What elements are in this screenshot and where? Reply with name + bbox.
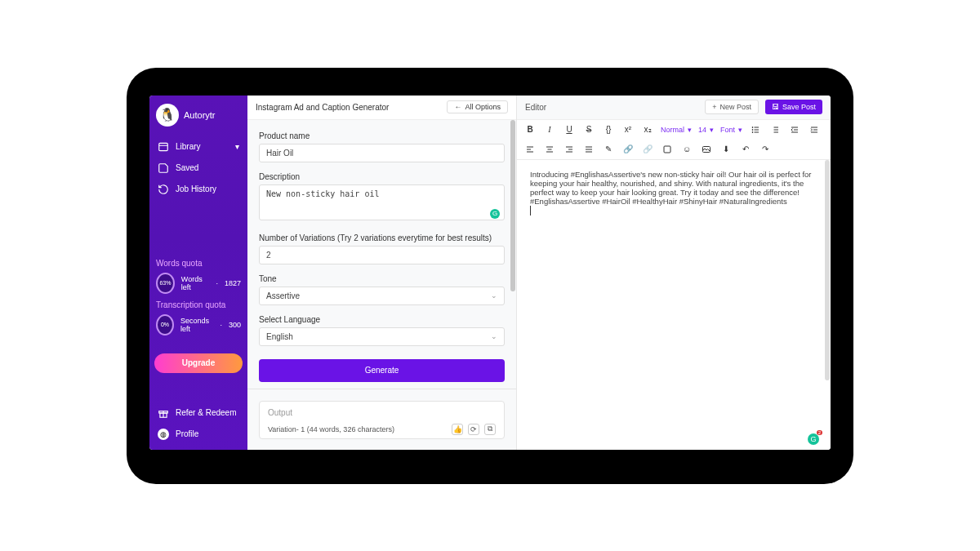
italic-button[interactable]: I	[543, 123, 556, 136]
trans-quota-row: 0% Seconds left · 300	[156, 314, 241, 335]
sidebar-item-refer[interactable]: Refer & Redeem	[154, 402, 243, 424]
output-variation-line: Variation- 1 (44 words, 326 characters)	[268, 425, 394, 433]
text-caret	[530, 206, 531, 216]
page: 🐧 Autorytr Library ▾ Saved Job History	[0, 0, 980, 551]
save-icon: 🖫	[772, 103, 779, 111]
brand: 🐧 Autorytr	[149, 96, 247, 133]
align-center-button[interactable]	[543, 143, 556, 156]
download-button[interactable]: ⬇	[719, 143, 733, 156]
all-options-button[interactable]: ← All Options	[447, 100, 508, 113]
sidebar-item-saved[interactable]: Saved	[154, 158, 243, 179]
chevron-down-icon: ▾	[710, 126, 714, 134]
chevron-down-icon: ▾	[688, 126, 692, 134]
bold-button[interactable]: B	[523, 123, 537, 136]
words-quota-row: 63% Words left · 1827	[156, 273, 241, 294]
editor-scrollbar[interactable]	[825, 160, 830, 450]
underline-button[interactable]: U	[563, 123, 576, 136]
words-quota-label: Words left	[181, 275, 210, 291]
description-input[interactable]	[259, 184, 505, 220]
new-post-label: New Post	[719, 103, 751, 111]
variations-label: Number of Variations (Try 2 variations e…	[259, 233, 505, 242]
font-select[interactable]: Font ▾	[720, 126, 742, 134]
list-number-button[interactable]	[768, 123, 782, 136]
align-right-button[interactable]	[563, 143, 576, 156]
generate-label: Generate	[365, 366, 399, 375]
sidebar-item-label: Job History	[176, 184, 216, 193]
sidebar-item-label: Library	[176, 142, 201, 151]
form-scrollbar[interactable]	[510, 120, 515, 450]
link-button[interactable]: 🔗	[621, 143, 635, 156]
words-quota-title: Words quota	[156, 259, 241, 268]
refresh-button[interactable]: ⟳	[468, 424, 479, 435]
tone-value: Assertive	[266, 291, 300, 300]
plus-icon: +	[712, 103, 716, 111]
undo-button[interactable]: ↶	[739, 143, 752, 156]
sidebar-item-job-history[interactable]: Job History	[154, 179, 243, 200]
trans-quota-label: Seconds left	[180, 317, 213, 333]
editor-title: Editor	[525, 103, 546, 112]
language-value: English	[266, 332, 293, 341]
svg-point-4	[752, 129, 753, 130]
editor-textarea[interactable]: Introducing #EnglishasAssertive's new no…	[517, 160, 831, 450]
code-block-button[interactable]: {}	[602, 123, 615, 136]
all-options-label: All Options	[465, 103, 501, 111]
copy-button[interactable]: ⧉	[484, 424, 496, 435]
size-select[interactable]: 14 ▾	[698, 126, 714, 134]
editor-content: Introducing #EnglishasAssertive's new no…	[530, 170, 812, 206]
language-label: Select Language	[259, 315, 505, 324]
chevron-down-icon: ⌄	[491, 332, 497, 340]
words-quota: Words quota 63% Words left · 1827 Transc…	[149, 254, 247, 347]
redo-button[interactable]: ↷	[759, 143, 772, 156]
language-select[interactable]: English ⌄	[259, 327, 505, 346]
editor-toolbar: B I U S {} x² x₂ Normal ▾ 14 ▾ Font ▾	[517, 120, 831, 160]
chevron-down-icon: ▾	[235, 142, 239, 151]
output-title: Output	[268, 408, 496, 417]
sidebar-item-label: Saved	[176, 163, 198, 172]
save-post-button[interactable]: 🖫 Save Post	[765, 100, 822, 114]
chevron-down-icon: ⌄	[491, 291, 497, 300]
superscript-button[interactable]: x²	[621, 123, 635, 136]
align-left-button[interactable]	[523, 143, 537, 156]
indent-left-button[interactable]	[788, 123, 801, 136]
image-button[interactable]	[700, 143, 713, 156]
new-post-button[interactable]: + New Post	[705, 100, 759, 114]
strike-button[interactable]: S	[582, 123, 595, 136]
unlink-button[interactable]: 🔗	[641, 143, 654, 156]
subscript-button[interactable]: x₂	[641, 123, 654, 136]
quote-button[interactable]	[661, 143, 674, 156]
product-name-input[interactable]	[259, 144, 505, 162]
indent-right-button[interactable]	[808, 123, 821, 136]
profile-icon: ◍	[158, 429, 169, 440]
sidebar: 🐧 Autorytr Library ▾ Saved Job History	[149, 96, 247, 450]
generate-button[interactable]: Generate	[259, 359, 505, 382]
format-select[interactable]: Normal ▾	[661, 126, 692, 134]
editor-panel: Editor + New Post 🖫 Save Post B I U	[517, 96, 831, 450]
form-title: Instagram Ad and Caption Generator	[256, 103, 389, 112]
editor-header: Editor + New Post 🖫 Save Post	[517, 96, 831, 120]
sidebar-item-profile[interactable]: ◍ Profile	[154, 424, 243, 445]
form-header: Instagram Ad and Caption Generator ← All…	[247, 96, 516, 120]
upgrade-button[interactable]: Upgrade	[154, 353, 243, 373]
app-screen: 🐧 Autorytr Library ▾ Saved Job History	[149, 96, 831, 450]
emoji-button[interactable]: ☺	[680, 143, 693, 156]
trans-quota-sep: ·	[220, 321, 222, 329]
trans-quota-value: 300	[229, 321, 241, 329]
trans-quota-title: Transcription quota	[156, 300, 241, 309]
tone-select[interactable]: Assertive ⌄	[259, 287, 505, 305]
svg-point-5	[752, 131, 753, 132]
chevron-down-icon: ▾	[738, 126, 742, 134]
size-value: 14	[698, 126, 706, 134]
thumbs-up-button[interactable]: 👍	[452, 424, 463, 435]
svg-rect-6	[664, 146, 670, 153]
brand-name: Autorytr	[184, 110, 216, 120]
sidebar-item-library[interactable]: Library ▾	[154, 136, 243, 158]
color-button[interactable]: ✎	[602, 143, 615, 156]
scroll-thumb[interactable]	[825, 160, 830, 380]
variations-input[interactable]	[259, 246, 505, 264]
align-justify-button[interactable]	[582, 143, 595, 156]
output-row: Variation- 1 (44 words, 326 characters) …	[268, 424, 496, 435]
scroll-thumb[interactable]	[510, 120, 515, 291]
words-quota-sep: ·	[216, 279, 218, 287]
list-bullet-button[interactable]	[749, 123, 762, 136]
library-icon	[158, 141, 169, 153]
